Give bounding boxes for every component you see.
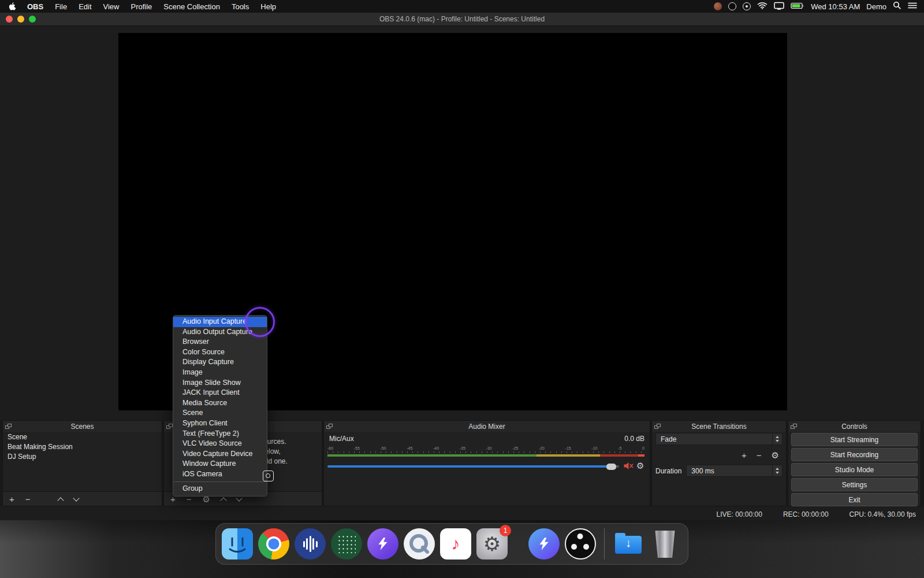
menu-item-ios-camera[interactable]: iOS Camera: [173, 469, 267, 480]
exit-button[interactable]: Exit: [791, 493, 918, 506]
volume-slider[interactable]: [327, 462, 619, 470]
chrome-dock-icon[interactable]: [258, 528, 289, 560]
lightning-app-2-dock-icon[interactable]: [528, 528, 560, 560]
start-streaming-button[interactable]: Start Streaming: [791, 433, 918, 446]
db-tick-label: -55: [354, 446, 360, 450]
click-highlight-ring: [245, 307, 275, 337]
spotlight-search-icon[interactable]: [893, 1, 901, 12]
mixer-db-value: 0.0 dB: [624, 435, 644, 443]
menu-item-vlc-video-source[interactable]: VLC Video Source: [173, 439, 267, 449]
volume-slider-handle[interactable]: [606, 464, 616, 470]
tray-icon-1[interactable]: [714, 2, 722, 10]
finder-dock-icon[interactable]: [222, 528, 253, 560]
menu-item-video-capture-device[interactable]: Video Capture Device: [173, 449, 267, 460]
menubar-left: OBS File Edit View Profile Scene Collect…: [0, 0, 282, 13]
transition-properties-gear-icon[interactable]: ⚙: [772, 451, 779, 460]
menu-item-group[interactable]: Group: [173, 484, 267, 494]
add-scene-button[interactable]: +: [9, 495, 14, 503]
audio-waveform-app-dock-icon[interactable]: [295, 528, 326, 560]
scene-list-item[interactable]: DJ Setup: [3, 451, 162, 461]
menubar-clock[interactable]: Wed 10:53 AM: [811, 2, 860, 11]
menubar-item-scene-collection[interactable]: Scene Collection: [158, 0, 226, 13]
wifi-icon[interactable]: [757, 2, 767, 11]
mixer-gear-icon[interactable]: ⚙: [636, 461, 644, 471]
db-tick-label: -5: [618, 446, 621, 450]
macos-menubar: OBS File Edit View Profile Scene Collect…: [0, 0, 924, 13]
system-preferences-dock-icon[interactable]: ⚙ 1: [476, 528, 508, 560]
remove-scene-button[interactable]: −: [25, 495, 31, 503]
move-source-up-button[interactable]: [220, 497, 226, 503]
menu-item-syphon-client[interactable]: Syphon Client: [173, 418, 267, 429]
chevron-down-icon: [776, 472, 779, 474]
menu-item-color-source[interactable]: Color Source: [173, 347, 267, 358]
transition-select-stepper[interactable]: [772, 433, 782, 444]
trash-dock-icon[interactable]: [649, 528, 680, 560]
zoom-window-button[interactable]: [29, 16, 36, 23]
scene-list-item[interactable]: Beat Making Session: [3, 442, 162, 451]
close-window-button[interactable]: [6, 16, 13, 23]
remove-transition-button[interactable]: −: [757, 451, 762, 460]
settings-button[interactable]: Settings: [791, 478, 918, 491]
duration-spinbox[interactable]: 300 ms: [686, 465, 783, 477]
menu-item-display-capture[interactable]: Display Capture: [173, 357, 267, 368]
music-pattern-app-dock-icon[interactable]: [331, 528, 362, 560]
scene-list-item[interactable]: Scene: [3, 432, 162, 442]
menubar-item-edit[interactable]: Edit: [73, 0, 97, 13]
transition-select[interactable]: Fade: [655, 433, 783, 445]
menu-item-window-capture[interactable]: Window Capture: [173, 459, 267, 469]
lightning-app-dock-icon[interactable]: [367, 528, 398, 560]
duration-stepper[interactable]: [772, 465, 782, 476]
apple-music-dock-icon[interactable]: ♪: [440, 528, 471, 560]
scenes-panel-header: Scenes: [3, 421, 162, 432]
mixer-level-meter: [327, 454, 644, 457]
menubar-item-help[interactable]: Help: [255, 0, 282, 13]
move-scene-up-button[interactable]: [57, 497, 64, 503]
apple-menu-icon[interactable]: [0, 2, 21, 11]
tray-icon-2[interactable]: [743, 2, 751, 10]
menu-item-browser[interactable]: Browser: [173, 337, 267, 347]
chevron-down-icon: [776, 440, 779, 442]
menubar-item-file[interactable]: File: [49, 0, 73, 13]
scenes-list: Scene Beat Making Session DJ Setup: [3, 432, 162, 492]
minimize-window-button[interactable]: [17, 16, 24, 23]
panel-float-icon[interactable]: [166, 424, 172, 429]
music-note-icon: ♪: [452, 534, 460, 554]
menu-item-text-freetype2[interactable]: Text (FreeType 2): [173, 429, 267, 439]
db-tick-label: -30: [486, 446, 491, 450]
scene-transitions-body: Fade + − ⚙ Duration 300 ms: [652, 432, 786, 506]
db-tick-label: -60: [327, 446, 333, 450]
quicktime-dock-icon[interactable]: [404, 528, 435, 560]
display-mirroring-icon[interactable]: [774, 2, 784, 12]
obs-tray-icon[interactable]: [728, 2, 736, 10]
window-titlebar: OBS 24.0.6 (mac) - Profile: Untitled - S…: [0, 13, 924, 26]
panel-float-icon[interactable]: [791, 424, 796, 429]
start-recording-button[interactable]: Start Recording: [791, 448, 918, 461]
obs-dock-icon[interactable]: [565, 528, 596, 560]
mute-icon[interactable]: [623, 461, 634, 473]
menu-item-scene[interactable]: Scene: [173, 408, 267, 418]
notification-center-icon[interactable]: [908, 2, 917, 11]
menubar-item-tools[interactable]: Tools: [226, 0, 255, 13]
menubar-item-profile[interactable]: Profile: [125, 0, 158, 13]
move-scene-down-button[interactable]: [73, 495, 79, 501]
menu-item-image-slide-show[interactable]: Image Slide Show: [173, 378, 267, 388]
menu-item-image[interactable]: Image: [173, 368, 267, 378]
add-transition-button[interactable]: +: [742, 451, 747, 460]
download-arrow-icon: ↓: [613, 536, 644, 550]
studio-mode-button[interactable]: Studio Mode: [791, 463, 918, 476]
chevron-up-icon: [776, 468, 779, 470]
panel-float-icon[interactable]: [326, 424, 332, 429]
menu-item-jack-input-client[interactable]: JACK Input Client: [173, 388, 267, 398]
db-tick-label: -40: [433, 446, 439, 450]
volume-slider-fill: [327, 465, 609, 468]
panel-float-icon[interactable]: [5, 424, 11, 429]
menubar-item-obs[interactable]: OBS: [21, 0, 49, 13]
battery-icon[interactable]: [791, 2, 804, 11]
panel-float-icon[interactable]: [654, 424, 660, 429]
menu-item-media-source[interactable]: Media Source: [173, 398, 267, 409]
downloads-folder-dock-icon[interactable]: ↓: [613, 528, 644, 560]
mixer-db-scale: -60 -55 -50 -45 -40 -35 -30 -25 -20 -15 …: [327, 446, 644, 450]
db-tick-label: -50: [380, 446, 386, 450]
menubar-user-name[interactable]: Demo: [866, 2, 886, 11]
menubar-item-view[interactable]: View: [98, 0, 125, 13]
